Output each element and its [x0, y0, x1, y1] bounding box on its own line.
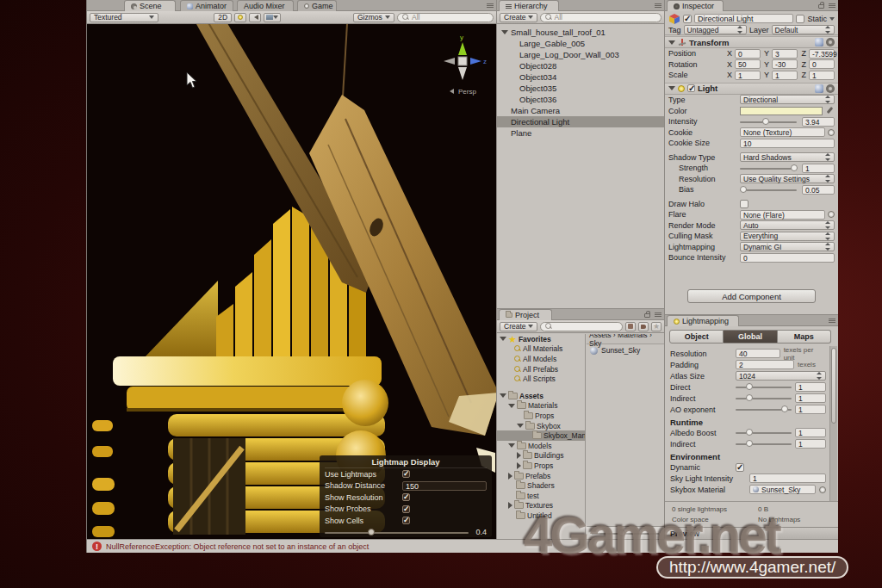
tree-item[interactable]: ★Favorites — [497, 334, 585, 344]
position-y-field[interactable]: 3 — [772, 49, 798, 59]
tab-animator[interactable]: Animator — [180, 0, 233, 11]
light-component-header[interactable]: Light — [665, 83, 838, 95]
hierarchy-item[interactable]: Object035 — [497, 83, 664, 94]
position-x-field[interactable]: 0 — [735, 49, 761, 59]
ao-exponent-slider[interactable] — [736, 405, 792, 414]
project-favorites-button[interactable]: ★ — [651, 322, 662, 331]
axis-down-cone[interactable] — [458, 67, 467, 80]
light-color-swatch[interactable] — [740, 107, 823, 115]
layer-dropdown[interactable]: Default — [772, 25, 835, 34]
intensity-slider[interactable] — [740, 117, 797, 127]
tree-item[interactable]: All Prefabs — [497, 364, 585, 374]
bias-field[interactable]: 0.05 — [802, 185, 835, 195]
rotation-y-field[interactable]: -30 — [772, 59, 798, 69]
albedo-boost-slider[interactable] — [736, 428, 792, 437]
hierarchy-item[interactable]: Object028 — [497, 60, 664, 71]
scene-effects-dropdown[interactable] — [264, 13, 281, 22]
object-picker-icon[interactable] — [828, 129, 835, 136]
scale-z-field[interactable]: 1 — [809, 71, 835, 80]
cookie-object-field[interactable]: None (Texture) — [740, 127, 825, 137]
tab-object[interactable]: Object — [669, 330, 724, 344]
atlas-size-dropdown[interactable]: 1024 — [736, 371, 826, 381]
add-component-button[interactable]: Add Component — [687, 289, 816, 303]
direct-slider[interactable] — [736, 382, 792, 392]
eyedropper-icon[interactable] — [825, 106, 835, 115]
hierarchy-item[interactable]: Main Camera — [497, 105, 664, 116]
project-filter-label-button[interactable] — [638, 322, 649, 331]
panel-menu-icon[interactable] — [829, 319, 835, 319]
hierarchy-item[interactable]: Plane — [497, 127, 664, 139]
foldout-open-icon[interactable] — [501, 30, 508, 34]
scale-y-field[interactable]: 1 — [772, 71, 798, 80]
runtime-indirect-field[interactable]: 1 — [795, 439, 826, 449]
foldout-closed-icon[interactable] — [508, 502, 512, 509]
runtime-indirect-slider[interactable] — [736, 439, 792, 449]
axis-y-cone[interactable] — [458, 42, 467, 55]
hierarchy-item[interactable]: Object034 — [497, 71, 664, 83]
tree-item[interactable]: Materials — [497, 401, 585, 412]
tree-item[interactable]: Assets — [497, 391, 585, 401]
hierarchy-item[interactable]: Object036 — [497, 94, 664, 105]
transform-component-header[interactable]: Transform — [665, 36, 838, 48]
2d-toggle-button[interactable]: 2D — [214, 13, 232, 22]
culling-mask-dropdown[interactable]: Everything — [740, 232, 835, 241]
panel-menu-icon[interactable] — [655, 3, 662, 4]
tree-item-selected[interactable]: Skybox_Manu — [497, 430, 585, 441]
tree-item[interactable]: Buildings — [497, 451, 585, 461]
object-picker-icon[interactable] — [819, 486, 826, 493]
project-filter-type-button[interactable] — [625, 322, 636, 331]
indirect-slider[interactable] — [736, 393, 792, 403]
hierarchy-search-input[interactable]: All — [540, 13, 662, 22]
gear-icon[interactable] — [826, 38, 835, 46]
tree-item[interactable]: Props — [497, 411, 585, 421]
bounce-intensity-field[interactable]: 0 — [740, 253, 835, 263]
tree-item[interactable]: All Models — [497, 354, 585, 364]
shadow-distance-field[interactable]: 150 — [402, 481, 487, 491]
scrollbar-thumb[interactable] — [831, 348, 836, 424]
project-search-input[interactable] — [540, 322, 623, 331]
show-probes-checkbox[interactable] — [402, 505, 410, 513]
dynamic-checkbox[interactable] — [736, 463, 744, 472]
foldout-open-icon[interactable] — [668, 40, 675, 45]
help-icon[interactable] — [815, 38, 823, 46]
persp-label[interactable]: Persp — [458, 88, 476, 96]
flare-object-field[interactable]: None (Flare) — [740, 210, 825, 220]
scale-x-field[interactable]: 1 — [735, 71, 761, 80]
cookie-size-field[interactable]: 10 — [740, 139, 835, 148]
strength-slider[interactable] — [740, 164, 797, 173]
gear-icon[interactable] — [826, 84, 835, 93]
tree-item[interactable]: Prefabs — [497, 471, 585, 481]
tab-project[interactable]: Project — [499, 309, 552, 320]
panel-menu-icon[interactable] — [487, 3, 494, 4]
direct-field[interactable]: 1 — [795, 382, 826, 392]
render-mode-dropdown[interactable]: Textured — [90, 13, 158, 22]
scene-viewport[interactable]: y z Persp Lightmap Display Use Lightmaps — [87, 24, 496, 539]
tab-inspector[interactable]: Inspector — [667, 0, 724, 11]
padding-field[interactable]: 2 — [736, 360, 794, 369]
static-dropdown-icon[interactable] — [829, 17, 835, 21]
foldout-open-icon[interactable] — [517, 424, 524, 428]
foldout-closed-icon[interactable] — [508, 473, 512, 480]
tree-item[interactable]: test — [497, 491, 585, 501]
skybox-material-field[interactable]: Sunset_Sky — [749, 485, 816, 494]
rotation-z-field[interactable]: 0 — [809, 59, 835, 69]
static-checkbox[interactable] — [796, 15, 804, 23]
foldout-closed-icon[interactable] — [517, 452, 521, 459]
object-picker-icon[interactable] — [828, 211, 835, 218]
render-mode-dropdown[interactable]: Auto — [740, 220, 835, 230]
lock-icon[interactable] — [818, 4, 824, 9]
axis-z-cone[interactable] — [470, 58, 481, 65]
strength-field[interactable]: 1 — [802, 164, 835, 173]
tab-audio-mixer[interactable]: Audio Mixer — [237, 0, 294, 11]
light-enabled-checkbox[interactable] — [687, 84, 695, 92]
foldout-open-icon[interactable] — [508, 443, 515, 448]
indirect-field[interactable]: 1 — [795, 393, 826, 403]
tab-scene[interactable]: Scene — [124, 0, 176, 11]
help-icon[interactable] — [815, 84, 823, 93]
scene-lighting-toggle[interactable] — [234, 13, 246, 22]
rotation-x-field[interactable]: 50 — [735, 59, 761, 69]
tag-dropdown[interactable]: Untagged — [684, 25, 747, 34]
scene-orientation-gizmo[interactable]: y z Persp — [438, 31, 488, 98]
foldout-open-icon[interactable] — [500, 337, 506, 341]
light-type-dropdown[interactable]: Directional — [740, 95, 835, 104]
